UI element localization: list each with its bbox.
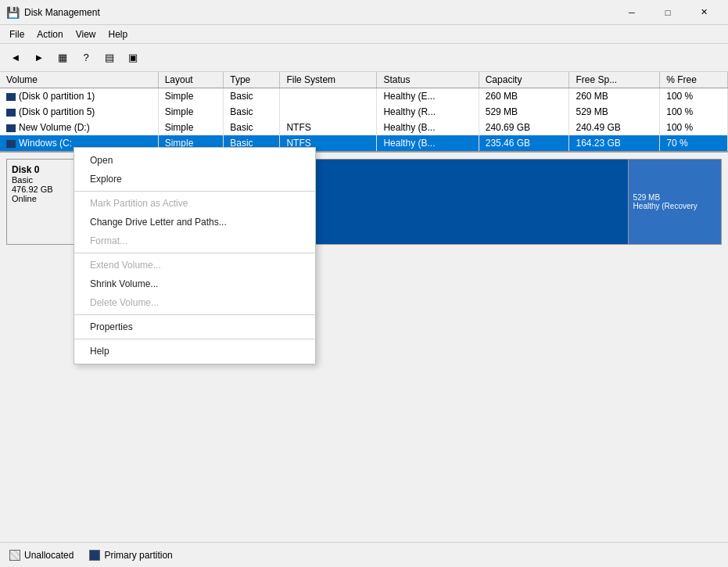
legend-primary-label: Primary partition	[104, 550, 172, 561]
cell-type-1: Basic	[224, 104, 280, 120]
cell-capacity-3: 235.46 GB	[479, 135, 569, 151]
menubar: File Action View Help	[0, 25, 728, 44]
legend-unallocated-box	[9, 550, 20, 561]
cell-status-3: Healthy (B...	[377, 135, 479, 151]
cell-layout-2: Simple	[158, 120, 224, 135]
cell-type-2: Basic	[224, 120, 280, 135]
cell-fs-1	[280, 104, 377, 120]
cell-free-1: 529 MB	[569, 104, 660, 120]
cell-status-1: Healthy (R...	[377, 104, 479, 120]
ctx-item-extend-volume---: Extend Volume...	[74, 256, 315, 275]
ctx-separator-2	[74, 191, 315, 192]
close-button[interactable]: ✕	[686, 0, 722, 25]
ctx-item-help[interactable]: Help	[74, 342, 315, 361]
col-layout: Layout	[158, 72, 224, 88]
cell-pct-3: 70 %	[660, 135, 728, 151]
menu-file[interactable]: File	[3, 25, 30, 43]
legend-primary: Primary partition	[89, 550, 172, 561]
partition-status-3: Healthy (Recovery	[633, 202, 716, 210]
toolbar-detail[interactable]: ▣	[122, 47, 144, 69]
menu-view[interactable]: View	[70, 25, 102, 43]
cell-status-0: Healthy (E...	[377, 88, 479, 105]
toolbar-list[interactable]: ▤	[99, 47, 120, 69]
partition-size-3: 529 MB	[633, 193, 716, 202]
cell-layout-0: Simple	[158, 88, 224, 105]
col-status: Status	[377, 72, 479, 88]
table-row[interactable]: New Volume (D:)SimpleBasicNTFSHealthy (B…	[0, 120, 728, 135]
legend-unallocated-label: Unallocated	[24, 550, 74, 561]
volume-table-container: Volume Layout Type File System Status Ca…	[0, 72, 728, 153]
cell-volume-0: (Disk 0 partition 1)	[0, 88, 158, 105]
partition-recovery[interactable]: 529 MB Healthy (Recovery	[629, 160, 721, 244]
table-row[interactable]: (Disk 0 partition 5)SimpleBasicHealthy (…	[0, 104, 728, 120]
minimize-button[interactable]: ─	[614, 0, 650, 25]
col-free: Free Sp...	[569, 72, 660, 88]
table-row[interactable]: (Disk 0 partition 1)SimpleBasicHealthy (…	[0, 88, 728, 105]
cell-type-0: Basic	[224, 88, 280, 105]
legend-primary-box	[89, 550, 100, 561]
maximize-button[interactable]: □	[650, 0, 686, 25]
ctx-item-mark-partition-as-active: Mark Partition as Active	[74, 194, 315, 213]
cell-free-0: 260 MB	[569, 88, 660, 105]
app-icon: 💾	[6, 6, 20, 19]
cell-fs-0	[280, 88, 377, 105]
volume-table: Volume Layout Type File System Status Ca…	[0, 72, 728, 151]
context-menu: OpenExploreMark Partition as ActiveChang…	[74, 147, 316, 364]
ctx-separator-6	[74, 253, 315, 253]
menu-action[interactable]: Action	[30, 25, 69, 43]
col-capacity: Capacity	[479, 72, 569, 88]
cell-fs-2: NTFS	[280, 120, 377, 135]
col-pct: % Free	[660, 72, 728, 88]
toolbar-forward[interactable]: ►	[28, 47, 50, 69]
cell-status-2: Healthy (B...	[377, 120, 479, 135]
col-volume: Volume	[0, 72, 158, 88]
cell-pct-0: 100 %	[660, 88, 728, 105]
cell-volume-2: New Volume (D:)	[0, 120, 158, 135]
cell-capacity-0: 260 MB	[479, 88, 569, 105]
ctx-item-shrink-volume---[interactable]: Shrink Volume...	[74, 275, 315, 293]
cell-capacity-2: 240.69 GB	[479, 120, 569, 135]
col-type: Type	[224, 72, 280, 88]
ctx-item-format---: Format...	[74, 231, 315, 250]
ctx-item-open[interactable]: Open	[74, 151, 315, 170]
ctx-item-explore[interactable]: Explore	[74, 170, 315, 188]
toolbar: ◄ ► ▦ ? ▤ ▣	[0, 44, 728, 72]
cell-pct-2: 100 %	[660, 120, 728, 135]
cell-free-3: 164.23 GB	[569, 135, 660, 151]
toolbar-grid[interactable]: ▦	[52, 47, 74, 69]
menu-help[interactable]: Help	[102, 25, 134, 43]
ctx-separator-10	[74, 314, 315, 315]
ctx-item-change-drive-letter-and-paths---[interactable]: Change Drive Letter and Paths...	[74, 213, 315, 231]
titlebar: 💾 Disk Management ─ □ ✕	[0, 0, 728, 25]
ctx-separator-12	[74, 339, 315, 339]
window-controls: ─ □ ✕	[614, 0, 722, 25]
cell-volume-1: (Disk 0 partition 5)	[0, 104, 158, 120]
toolbar-back[interactable]: ◄	[5, 47, 27, 69]
ctx-item-properties[interactable]: Properties	[74, 318, 315, 336]
cell-capacity-1: 529 MB	[479, 104, 569, 120]
toolbar-help[interactable]: ?	[75, 47, 97, 69]
statusbar: Unallocated Primary partition	[0, 542, 728, 567]
cell-free-2: 240.49 GB	[569, 120, 660, 135]
cell-layout-1: Simple	[158, 104, 224, 120]
window-title: Disk Management	[24, 7, 614, 18]
cell-pct-1: 100 %	[660, 104, 728, 120]
col-fs: File System	[280, 72, 377, 88]
legend-unallocated: Unallocated	[9, 550, 74, 561]
ctx-item-delete-volume---: Delete Volume...	[74, 293, 315, 312]
